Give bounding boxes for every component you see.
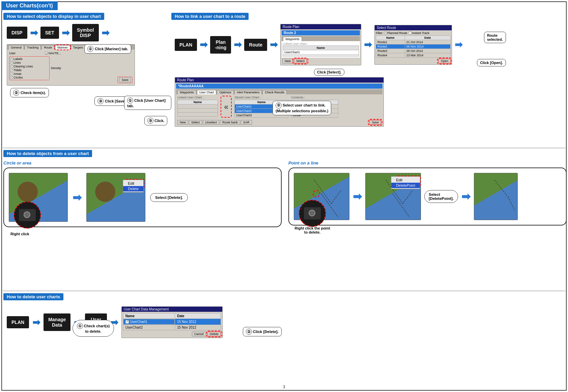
rc-menu-circle: Edit Delete [123,180,144,192]
tab2-user-chart[interactable]: User Chart [197,90,217,94]
section-delete-charts: How to delete user charts PLAN ➡ Manage … [3,293,567,338]
route-plan-2-btns: New Select Unselect Route bank SAR Save [176,119,382,125]
arrow-circle: ➡ [73,191,82,204]
item-circles: Circles [13,76,23,79]
flow-arrow-1: ➡ [30,27,38,38]
point-on-line-title: Point on a line [288,160,567,165]
right-click-point-label: Right click the pointto delete. [294,226,331,234]
flow-arrow-s2-2: ➡ [234,39,242,50]
section-delete-objects: How to delete objects from a user chart … [3,150,567,227]
right-click-camera [14,202,41,229]
open-highlight [437,58,452,64]
circle-object [18,182,38,202]
linked-user-chart-label: Linked User Chart : [177,96,218,99]
rc-edit-2: Edit [391,177,420,183]
save-highlight [368,119,382,126]
ucm-btns: Cancel Delete [123,332,221,336]
save-button-s1[interactable]: Save [119,78,131,82]
item-areas: Areas [13,72,22,76]
callout-check-items: ②Check item(s). [10,88,49,97]
map-line-after-menu: Edit DeletePoint [365,173,421,220]
btn-new-1[interactable]: New [282,59,293,63]
svg-line-7 [508,197,515,210]
flow-box-plan-s4: PLAN [7,316,29,328]
route-plan-title-2: Route Plan [175,78,384,83]
rc-delete: Delete [123,186,143,191]
btn-new-2[interactable]: New [177,120,188,125]
ucm-row-1-name: UserChart1 [130,320,147,324]
route-plan-dialog-2-wrapper: Route Plan *RouteAAAAAA Waypoints User C… [175,77,565,127]
tab-targets[interactable]: Targets [71,45,86,50]
map-line-before: Right click the pointto delete. [294,173,349,220]
flow-arrow-s2-5: ➡ [455,39,462,50]
btn-select-2[interactable]: Select [189,120,202,125]
flow-arrow-s2-1: ➡ [200,39,207,50]
density-label: Density [51,66,133,70]
planned-route-label: ✓ Planned Route [384,31,407,35]
tab2-alert[interactable]: Alert Parameters [234,90,262,94]
btn-unselect[interactable]: Unselect [203,120,219,125]
ucm-title: User Chart Data Management [122,307,222,312]
user-chart-1-name: UserChart1 [283,50,359,55]
route-plan-title-1: Route Plan [281,24,361,29]
route-tab-waypoints[interactable]: Waypoints [283,37,302,41]
callout-mariner-tab: ①Click [Mariner] tab. [84,44,131,54]
user-chart-1-empty2 [283,56,359,57]
section4-header: How to delete user charts [3,293,63,300]
item-labels: Labels [13,57,23,61]
section2-header: How to link a user chart to a route [171,13,249,20]
select-highlight [292,58,308,64]
ucm-row-2-name: UserChart2 [123,325,175,330]
flow-box-planning: Plan -ning [210,36,231,54]
flow-box-route: Route [244,39,267,51]
tab-tracking[interactable]: Tracking [25,45,41,50]
route-name-2: *RouteAAAAAA [176,84,382,89]
chevron-add[interactable]: « [221,96,232,118]
route-tab-bar-2: Waypoints User Chart Optimize Alert Para… [176,89,382,94]
page-number: 3 [283,385,285,389]
tab2-check[interactable]: Check Results [262,90,287,94]
arrow-point: ➡ [353,190,362,203]
route-plan-btns: New Select [282,58,360,64]
route-row-3: Route3 [376,49,405,53]
linked-empty-3 [178,113,218,117]
divider-top-mid [3,148,565,148]
callout-select-chart: ②Select user chart to link.(Multiple sel… [273,101,331,115]
map-after-circle: Edit Delete [86,173,145,222]
flow-box-symboldisp: Symbol DISP [72,24,99,41]
btn-cancel-ucm[interactable]: Cancel [192,332,206,336]
circle-area-subsection: Circle or area Right click [3,160,282,227]
callout-route-selected: Routeselected. [484,32,506,43]
select-route-dialog: Select Route Filter ✓ Planned Route Inst… [374,25,452,65]
map-before-circle: Right click [9,173,68,222]
linked-empty-2 [178,109,218,113]
btn-sar[interactable]: SAR [241,120,252,125]
user-label: User [9,52,16,55]
tab-mariner[interactable]: Mariner [55,45,70,50]
route-row-2: Route2 [376,44,405,49]
linked-label: Linked User chart : [283,42,359,46]
tab2-optimize[interactable]: Optimize [217,90,234,94]
section1-header: How to select objects to display in user… [3,13,104,20]
btn-route-bank[interactable]: Route bank [220,120,240,125]
route-name-1: Route 2 [282,30,360,35]
point-on-line-subsection: Point on a line [288,160,567,227]
flow-box-plan: PLAN [175,39,197,51]
flow-arrow-s2-3: ➡ [270,39,278,50]
point-highlight [313,190,320,198]
item-clearing: Clearing Lines [13,65,33,68]
filter-row: Filter ✓ Planned Route Instant Track [376,31,451,35]
callout-click-select: Click [Select]. [314,69,344,76]
delete-highlight [206,331,222,337]
circle-area-title: Circle or area [3,160,282,165]
divider-mid-bot [3,291,565,291]
callout-click: ③Click. [144,116,167,125]
rc-edit: Edit [123,181,143,186]
tab-general[interactable]: General [8,45,24,50]
tab2-waypoints[interactable]: Waypoints [177,90,196,94]
tab-route[interactable]: Route [41,45,54,50]
ucm-dialog-wrapper: User Chart Data Management Name Date ✓ U… [121,306,223,338]
rc-delete-point: DeletePoint [391,183,420,188]
flow-box-set: SET [40,27,59,39]
svg-line-6 [494,180,508,197]
